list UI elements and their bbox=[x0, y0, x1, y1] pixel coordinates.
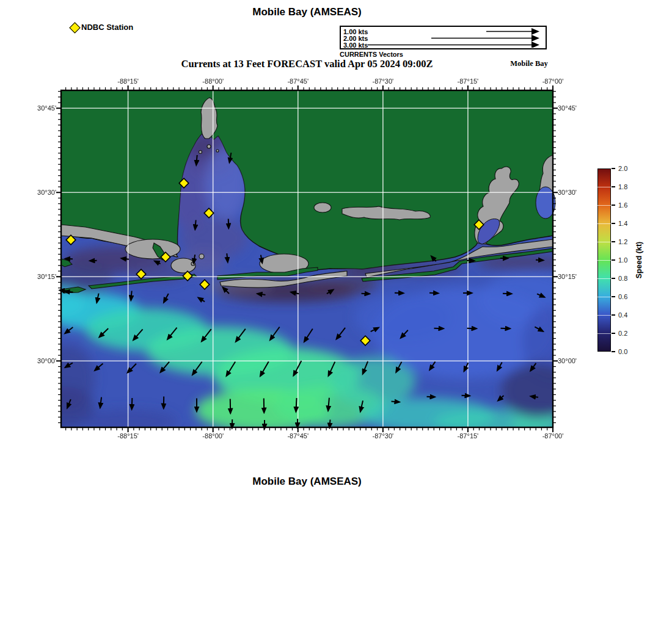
colorbar-gridline bbox=[597, 297, 611, 297]
colorbar-tick bbox=[612, 278, 615, 279]
lat-tick-label: 30°45' bbox=[17, 104, 56, 112]
current-arrow bbox=[434, 328, 444, 329]
current-arrow bbox=[195, 220, 195, 230]
lat-tick-label: 30°15' bbox=[558, 273, 577, 280]
lon-tick-label: -87°00' bbox=[542, 432, 564, 440]
lon-tick-label: -88°15' bbox=[117, 432, 139, 440]
colorbar-gridline bbox=[597, 223, 611, 224]
lat-tick-label: 30°30' bbox=[17, 189, 56, 196]
lon-tick-label: -87°45' bbox=[287, 432, 309, 440]
colorbar-tick-label: 0.0 bbox=[618, 348, 627, 355]
current-arrow bbox=[536, 260, 543, 261]
lat-tick-label: 30°30' bbox=[558, 189, 577, 196]
colorbar-tick-label: 1.6 bbox=[618, 201, 627, 209]
colorbar-gridline bbox=[597, 278, 611, 279]
current-arrow bbox=[362, 294, 370, 294]
lat-tick-label: 30°00' bbox=[17, 357, 56, 364]
colorbar-tick-label: 2.0 bbox=[618, 165, 627, 172]
colorbar-tick bbox=[612, 168, 615, 169]
lon-tick-label: -87°45' bbox=[287, 78, 309, 85]
colorbar-gridline bbox=[597, 315, 611, 316]
colorbar-tick bbox=[612, 241, 615, 242]
colorbar-tick bbox=[612, 223, 615, 224]
map-area: -88°15'-88°00'-87°45'-87°30'-87°15'-87°0… bbox=[0, 0, 672, 641]
colorbar-gridline bbox=[597, 242, 611, 242]
colorbar-tick-label: 1.8 bbox=[618, 183, 627, 190]
colorbar-tick-label: 0.2 bbox=[618, 330, 627, 337]
lon-tick-label: -88°00' bbox=[202, 78, 224, 85]
currents-map bbox=[0, 0, 672, 641]
current-arrow bbox=[296, 398, 296, 411]
current-arrow bbox=[228, 219, 229, 228]
colorbar-tick bbox=[612, 351, 615, 352]
colorbar-gridline bbox=[597, 333, 611, 334]
colorbar-gridline bbox=[597, 187, 611, 187]
colorbar-tick bbox=[612, 259, 615, 261]
bottom-title: Mobile Bay (AMSEAS) bbox=[61, 476, 553, 488]
lon-tick-label: -88°00' bbox=[202, 432, 224, 440]
current-arrow bbox=[65, 291, 73, 292]
lon-tick-label: -87°30' bbox=[373, 432, 394, 440]
colorbar-tick-label: 1.4 bbox=[618, 220, 627, 227]
lat-tick-label: 30°45' bbox=[558, 104, 577, 112]
colorbar-tick bbox=[612, 205, 615, 206]
current-arrow bbox=[131, 291, 131, 300]
colorbar-gridline bbox=[597, 260, 611, 261]
colorbar-tick bbox=[612, 186, 615, 187]
current-arrow bbox=[330, 420, 331, 428]
current-arrow bbox=[392, 401, 400, 402]
lat-tick-label: 30°15' bbox=[17, 273, 56, 280]
current-arrow bbox=[429, 293, 438, 294]
colorbar-gridline bbox=[597, 205, 611, 206]
lat-tick-label: 30°00' bbox=[558, 357, 577, 364]
current-arrow bbox=[462, 396, 470, 396]
lon-tick-label: -87°15' bbox=[458, 432, 479, 440]
lon-tick-label: -87°30' bbox=[373, 78, 394, 85]
colorbar-axis-label: Speed (kt) bbox=[630, 168, 648, 352]
current-arrow bbox=[132, 398, 133, 409]
current-arrow bbox=[501, 328, 510, 329]
lon-tick-label: -88°15' bbox=[117, 78, 139, 85]
colorbar-tick-label: 0.6 bbox=[618, 293, 627, 300]
colorbar-tick-label: 1.0 bbox=[618, 256, 627, 264]
colorbar-axis-label-text: Speed (kt) bbox=[635, 242, 643, 278]
colorbar-tick bbox=[612, 314, 615, 316]
colorbar-tick-label: 0.4 bbox=[618, 311, 627, 319]
colorbar-tick bbox=[612, 333, 615, 334]
lon-tick-label: -87°00' bbox=[542, 78, 564, 85]
colorbar-tick-label: 0.8 bbox=[618, 275, 627, 282]
lon-tick-label: -87°15' bbox=[458, 78, 479, 85]
colorbar-tick bbox=[612, 296, 615, 297]
current-arrow bbox=[196, 155, 197, 165]
colorbar-tick-label: 1.2 bbox=[618, 238, 627, 245]
